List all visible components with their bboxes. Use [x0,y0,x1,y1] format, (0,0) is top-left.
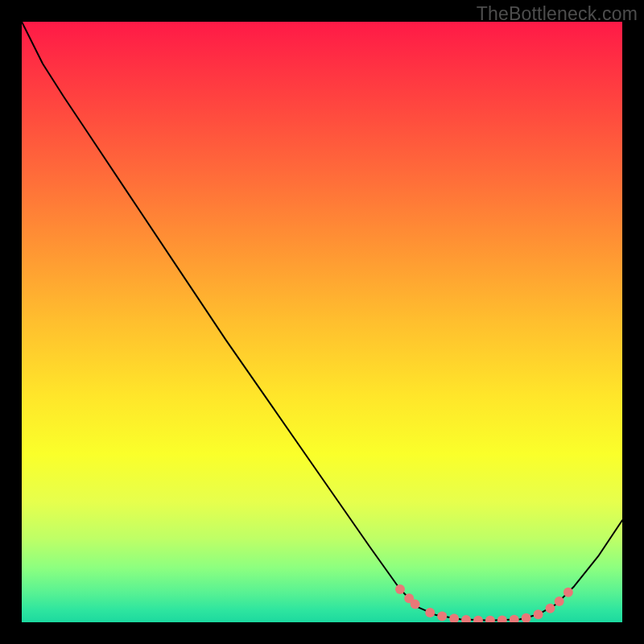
curve-layer [22,22,622,622]
curve-marker [473,616,483,622]
chart-frame: TheBottleneck.com [0,0,644,644]
curve-marker [411,600,420,609]
curve-marker [545,604,555,613]
bottleneck-curve [22,22,622,621]
curve-marker [461,615,471,622]
curve-marker [485,616,495,622]
curve-marker [510,615,519,622]
curve-marker [522,613,531,622]
curve-marker [395,584,405,594]
curve-marker [437,612,447,621]
curve-markers [395,584,573,622]
curve-marker [534,609,543,619]
curve-marker [555,597,564,606]
curve-marker [497,615,507,622]
watermark-text: TheBottleneck.com [477,3,638,25]
curve-marker [564,588,573,597]
curve-marker [425,608,435,617]
curve-marker [449,614,459,622]
plot-area [22,22,622,622]
